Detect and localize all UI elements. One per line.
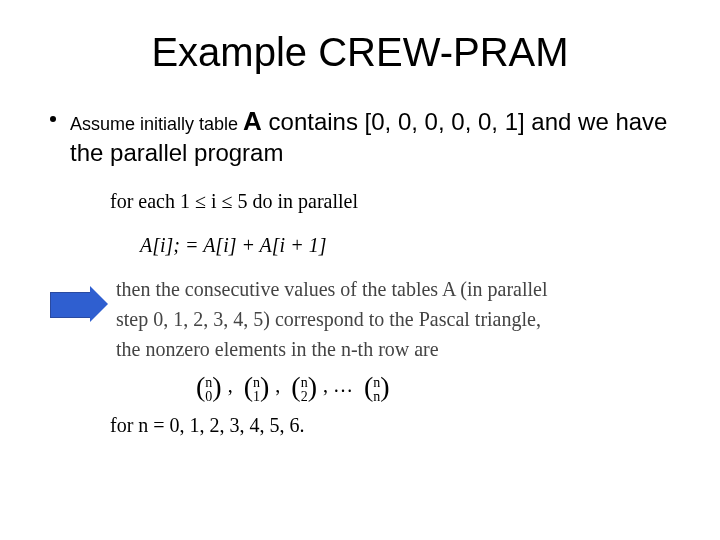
binom-n: (nn) xyxy=(364,370,390,404)
then-line-3: the nonzero elements in the n-th row are xyxy=(116,334,548,364)
then-line-1: then the consecutive values of the table… xyxy=(116,274,548,304)
then-line-2: step 0, 1, 2, 3, 4, 5) correspond to the… xyxy=(116,304,548,334)
binom-2: (n2) xyxy=(291,370,317,404)
explanation-text: then the consecutive values of the table… xyxy=(116,274,548,364)
arrow-icon xyxy=(50,282,110,326)
bullet-text: Assume initially table A contains [0, 0,… xyxy=(70,105,670,168)
code-line-1: for each 1 ≤ i ≤ 5 do in parallel xyxy=(110,186,670,216)
binom-0: (n0) xyxy=(196,370,222,404)
slide-title: Example CREW-PRAM xyxy=(50,30,670,75)
bullet-prefix: Assume initially table xyxy=(70,114,243,134)
binom-1: (n1) xyxy=(244,370,270,404)
bullet-item: Assume initially table A contains [0, 0,… xyxy=(50,105,670,168)
binomial-row: (n0), (n1), (n2), … (nn) xyxy=(190,370,670,404)
bullet-variable-a: A xyxy=(243,106,262,136)
for-n-line: for n = 0, 1, 2, 3, 4, 5, 6. xyxy=(110,414,670,437)
bullet-dot-icon xyxy=(50,116,56,122)
slide: Example CREW-PRAM Assume initially table… xyxy=(0,0,720,540)
explanation-row: then the consecutive values of the table… xyxy=(50,274,670,364)
dots: … xyxy=(333,373,353,395)
code-line-2: A[i]; = A[i] + A[i + 1] xyxy=(140,230,670,260)
